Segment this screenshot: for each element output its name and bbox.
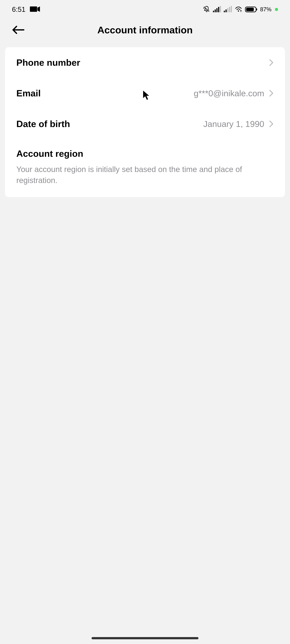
chevron-right-icon xyxy=(269,59,274,66)
page-title: Account information xyxy=(97,24,193,36)
date-of-birth-value: January 1, 1990 xyxy=(203,119,264,129)
account-region-section: Account region Your account region is in… xyxy=(5,139,285,197)
email-label: Email xyxy=(16,88,41,98)
wifi-icon xyxy=(235,6,242,13)
chevron-right-icon xyxy=(269,90,274,97)
status-time: 6:51 xyxy=(12,6,26,13)
svg-rect-0 xyxy=(30,6,37,12)
home-indicator[interactable] xyxy=(92,637,198,639)
settings-card: Phone number Email g***0@inikale.com Dat… xyxy=(5,47,285,197)
signal-strength-icon-2 xyxy=(224,6,232,12)
mouse-cursor-icon xyxy=(142,90,150,100)
back-button[interactable] xyxy=(11,23,25,37)
battery-icon xyxy=(245,6,256,12)
video-recording-icon xyxy=(30,6,40,13)
chevron-right-icon xyxy=(269,120,274,127)
date-of-birth-label: Date of birth xyxy=(16,118,70,129)
date-of-birth-row[interactable]: Date of birth January 1, 1990 xyxy=(5,108,285,139)
signal-strength-icon-1 xyxy=(213,6,221,12)
status-right: 87% xyxy=(203,6,278,13)
recording-indicator-dot xyxy=(275,8,278,11)
arrow-left-icon xyxy=(12,25,24,34)
phone-number-row[interactable]: Phone number xyxy=(5,47,285,78)
status-bar: 6:51 xyxy=(0,0,290,19)
account-region-description: Your account region is initially set bas… xyxy=(16,164,274,186)
phone-number-label: Phone number xyxy=(16,57,80,68)
battery-percent: 87% xyxy=(260,6,272,13)
email-value: g***0@inikale.com xyxy=(194,88,264,98)
status-left: 6:51 xyxy=(12,6,40,13)
page-header: Account information xyxy=(0,19,290,41)
account-region-title: Account region xyxy=(16,148,274,159)
notification-muted-icon xyxy=(203,6,210,13)
